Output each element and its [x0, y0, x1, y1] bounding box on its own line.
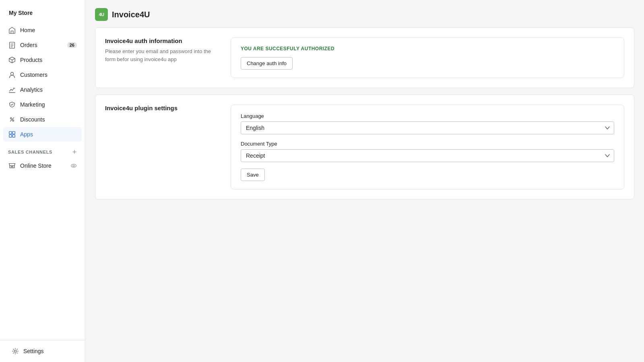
discounts-icon: [8, 115, 16, 123]
svg-rect-4: [9, 132, 12, 134]
main-content: 4U Invoice4U Invoice4u auth information …: [85, 0, 644, 362]
sidebar-item-label: Online Store: [20, 162, 52, 169]
store-icon: [8, 162, 16, 170]
sidebar-top: My Store: [0, 0, 85, 23]
sidebar-item-apps[interactable]: Apps: [3, 127, 82, 142]
svg-rect-6: [9, 135, 12, 137]
sidebar-nav: Home Orders 26 Products: [0, 23, 85, 340]
sidebar-item-label: Settings: [23, 348, 44, 354]
analytics-icon: [8, 86, 16, 94]
customers-icon: [8, 71, 16, 79]
sidebar-item-products[interactable]: Products: [3, 53, 82, 67]
apps-icon: [8, 130, 16, 138]
document-type-field-group: Document Type Receipt Invoice Credit Not…: [241, 141, 614, 162]
products-icon: [8, 56, 16, 64]
save-button[interactable]: Save: [241, 169, 265, 181]
sidebar: My Store Home Orders 26: [0, 0, 85, 362]
svg-rect-5: [12, 132, 15, 134]
sidebar-item-online-store[interactable]: Online Store: [3, 158, 82, 173]
sidebar-footer: Settings: [0, 340, 85, 362]
plugin-settings-box: Language English French German Spanish D…: [231, 105, 624, 189]
settings-icon: [11, 347, 19, 355]
document-type-select[interactable]: Receipt Invoice Credit Note: [241, 149, 614, 162]
sidebar-item-orders[interactable]: Orders 26: [3, 38, 82, 52]
sidebar-item-label: Discounts: [20, 116, 45, 123]
svg-point-2: [10, 118, 12, 119]
change-auth-button[interactable]: Change auth info: [241, 57, 293, 70]
store-name: My Store: [5, 6, 80, 19]
auth-info-card: Invoice4u auth information Please enter …: [95, 27, 634, 88]
sidebar-item-settings[interactable]: Settings: [6, 344, 78, 358]
add-sales-channel-button[interactable]: +: [72, 148, 77, 156]
sidebar-item-label: Products: [20, 57, 42, 63]
svg-point-10: [14, 350, 16, 352]
language-label: Language: [241, 113, 614, 119]
sidebar-item-label: Apps: [20, 131, 33, 138]
auth-card-desc: Please enter you email and password into…: [105, 47, 218, 63]
svg-point-9: [73, 165, 74, 167]
sidebar-item-label: Orders: [20, 42, 37, 48]
sidebar-item-analytics[interactable]: Analytics: [3, 82, 82, 97]
svg-point-1: [10, 72, 13, 75]
sales-channels-label: SALES CHANNELS: [8, 150, 52, 154]
marketing-icon: [8, 101, 16, 109]
orders-badge: 26: [67, 42, 77, 48]
auth-card-left: Invoice4u auth information Please enter …: [105, 37, 218, 63]
home-icon: [8, 26, 16, 34]
sidebar-item-label: Home: [20, 27, 35, 33]
svg-point-3: [12, 120, 14, 121]
plugin-card-title: Invoice4u plugin settings: [105, 105, 218, 111]
auth-status-box: YOU ARE SUCCESFULY AUTHORIZED Change aut…: [231, 37, 624, 78]
language-field-group: Language English French German Spanish: [241, 113, 614, 134]
sidebar-item-label: Marketing: [20, 101, 45, 108]
sidebar-item-marketing[interactable]: Marketing: [3, 97, 82, 112]
svg-rect-7: [12, 135, 15, 137]
plugin-card-left: Invoice4u plugin settings: [105, 105, 218, 115]
authorized-label: YOU ARE SUCCESFULY AUTHORIZED: [241, 46, 614, 51]
content-area: Invoice4u auth information Please enter …: [85, 27, 644, 216]
sidebar-item-home[interactable]: Home: [3, 23, 82, 37]
sales-channels-section-header: SALES CHANNELS +: [0, 142, 85, 158]
sidebar-item-label: Customers: [20, 72, 47, 78]
svg-point-8: [71, 164, 76, 167]
orders-icon: [8, 41, 16, 49]
auth-card-title: Invoice4u auth information: [105, 37, 218, 44]
sidebar-item-label: Analytics: [20, 86, 43, 93]
plugin-settings-card: Invoice4u plugin settings Language Engli…: [95, 95, 634, 200]
main-header: 4U Invoice4U: [85, 0, 644, 27]
language-select[interactable]: English French German Spanish: [241, 121, 614, 134]
online-store-visibility-icon[interactable]: [70, 162, 77, 169]
plugin-card-right: Language English French German Spanish D…: [231, 105, 624, 189]
sidebar-item-customers[interactable]: Customers: [3, 68, 82, 82]
auth-card-right: YOU ARE SUCCESFULY AUTHORIZED Change aut…: [231, 37, 624, 78]
app-logo: 4U: [95, 8, 108, 21]
page-title: Invoice4U: [112, 10, 150, 19]
document-type-label: Document Type: [241, 141, 614, 147]
sidebar-item-discounts[interactable]: Discounts: [3, 112, 82, 127]
